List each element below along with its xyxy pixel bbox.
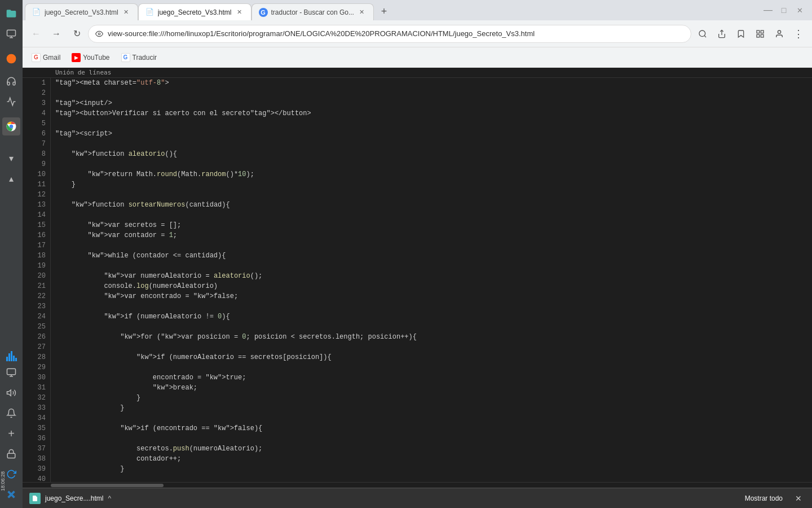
line-number: 26	[23, 332, 50, 342]
chrome-minimize-button[interactable]: —	[760, 2, 776, 18]
line-number: 23	[23, 301, 50, 312]
line-numbers: 1234567891011121314151617181920212223242…	[23, 78, 51, 482]
line-number: 14	[23, 210, 50, 220]
tab1-close-button[interactable]: ✕	[122, 8, 131, 17]
line-number: 11	[23, 179, 50, 190]
bookmark-gmail[interactable]: G Gmail	[27, 51, 65, 64]
app-icon-4[interactable]	[2, 72, 20, 90]
show-all-button[interactable]: Mostrar todo	[740, 492, 787, 505]
svg-rect-13	[761, 30, 764, 33]
forward-button[interactable]: →	[47, 25, 65, 43]
line-number: 16	[23, 230, 50, 240]
chrome-window-controls: — □ ✕	[760, 2, 807, 20]
tab1-title: juego_Secreto_Vs3.html	[45, 8, 118, 16]
svg-rect-8	[7, 453, 15, 458]
menu-button[interactable]: ⋮	[789, 25, 807, 43]
line-number: 20	[23, 271, 50, 281]
chrome-close-button[interactable]: ✕	[792, 2, 807, 18]
horizontal-scrollbar[interactable]	[23, 482, 812, 488]
youtube-favicon: ▶	[72, 53, 81, 62]
svg-rect-12	[757, 30, 760, 33]
tab1-favicon: 📄	[32, 8, 41, 17]
line-number: 4	[23, 108, 50, 119]
line-number: 12	[23, 190, 50, 200]
svg-rect-4	[7, 369, 16, 375]
nav-up-icon[interactable]: ▴	[2, 169, 20, 187]
sound-icon[interactable]	[2, 384, 20, 402]
firefox-icon[interactable]	[2, 50, 20, 68]
app-icon-5[interactable]	[2, 93, 20, 111]
bookmark-youtube-label: YouTube	[83, 54, 109, 62]
translate-favicon: G	[121, 53, 130, 62]
activity-indicator	[6, 350, 17, 361]
bottom-download-bar: juego_Secre....html ^ Mostrar todo ✕	[23, 488, 812, 508]
tab-1[interactable]: 📄 juego_Secreto_Vs3.html ✕	[25, 3, 138, 20]
line-number: 7	[23, 139, 50, 149]
h-scroll-thumb[interactable]	[51, 484, 164, 487]
line-number: 32	[23, 393, 50, 403]
search-button[interactable]	[694, 25, 712, 43]
bookmark-gmail-label: Gmail	[43, 54, 60, 62]
bell-icon[interactable]	[2, 404, 20, 422]
address-text: view-source:file:///home/linuxop1/Escrit…	[108, 29, 684, 38]
tab2-close-button[interactable]: ✕	[235, 8, 244, 17]
bookmark-translate-label: Traducir	[133, 54, 157, 62]
line-number: 21	[23, 281, 50, 291]
back-button[interactable]: ←	[27, 25, 45, 43]
bottom-bar-close-button[interactable]: ✕	[792, 492, 805, 505]
line-number: 27	[23, 342, 50, 352]
new-tab-button[interactable]: +	[376, 3, 392, 19]
gmail-favicon: G	[32, 53, 41, 62]
svg-point-3	[10, 125, 14, 129]
files-icon[interactable]	[2, 5, 20, 23]
share-button[interactable]	[713, 25, 731, 43]
line-number: 3	[23, 98, 50, 108]
chrome-taskbar-icon[interactable]	[2, 117, 20, 135]
download-filename: juego_Secre....html	[45, 494, 103, 502]
line-number: 25	[23, 322, 50, 332]
os-taskbar: ▾ ▴ + 18:06:28	[0, 0, 23, 508]
line-number: 17	[23, 240, 50, 251]
tab-group-button[interactable]	[751, 25, 769, 43]
chrome-maximize-button[interactable]: □	[776, 2, 792, 18]
nav-down-icon[interactable]: ▾	[2, 149, 20, 167]
tab-2[interactable]: 📄 juego_Secreto_Vs3.html ✕	[138, 3, 251, 20]
line-number: 18	[23, 251, 50, 261]
bookmark-translate[interactable]: G Traducir	[117, 51, 162, 64]
tab2-favicon: 📄	[145, 8, 155, 17]
bookmarks-bar: G Gmail ▶ YouTube G Traducir	[23, 47, 812, 68]
line-number: 37	[23, 444, 50, 454]
screen-icon[interactable]	[2, 364, 20, 382]
svg-marker-7	[7, 390, 11, 396]
profile-button[interactable]	[770, 25, 788, 43]
svg-rect-0	[7, 30, 16, 36]
source-label: Unión de líneas	[23, 68, 812, 78]
line-number: 10	[23, 169, 50, 179]
line-number: 30	[23, 373, 50, 383]
line-number: 28	[23, 352, 50, 362]
app-icon-2[interactable]	[2, 25, 20, 43]
lock-icon[interactable]	[2, 445, 20, 463]
download-chevron-icon[interactable]: ^	[108, 494, 111, 502]
svg-rect-15	[757, 34, 760, 37]
tab2-title: juego_Secreto_Vs3.html	[158, 8, 232, 16]
line-number: 8	[23, 149, 50, 159]
download-file-icon	[29, 493, 41, 504]
line-number: 34	[23, 413, 50, 423]
tab-3[interactable]: G traductor - Buscar con Go... ✕	[251, 3, 374, 20]
address-bar[interactable]: view-source:file:///home/linuxop1/Escrit…	[88, 25, 691, 43]
chrome-window: 📄 juego_Secreto_Vs3.html ✕ 📄 juego_Secre…	[23, 0, 812, 508]
reload-button[interactable]: ↻	[68, 25, 86, 43]
line-number: 5	[23, 119, 50, 129]
tab3-close-button[interactable]: ✕	[358, 8, 367, 17]
line-number: 13	[23, 200, 50, 210]
tab-bar: 📄 juego_Secreto_Vs3.html ✕ 📄 juego_Secre…	[23, 0, 812, 20]
add-app-icon[interactable]: +	[2, 424, 20, 443]
bookmark-button[interactable]	[732, 25, 750, 43]
line-number: 22	[23, 291, 50, 301]
line-number: 24	[23, 312, 50, 322]
svg-rect-14	[761, 34, 764, 37]
tab3-title: traductor - Buscar con Go...	[271, 8, 354, 16]
bookmark-youtube[interactable]: ▶ YouTube	[67, 51, 114, 64]
source-view[interactable]: 1234567891011121314151617181920212223242…	[23, 78, 812, 482]
